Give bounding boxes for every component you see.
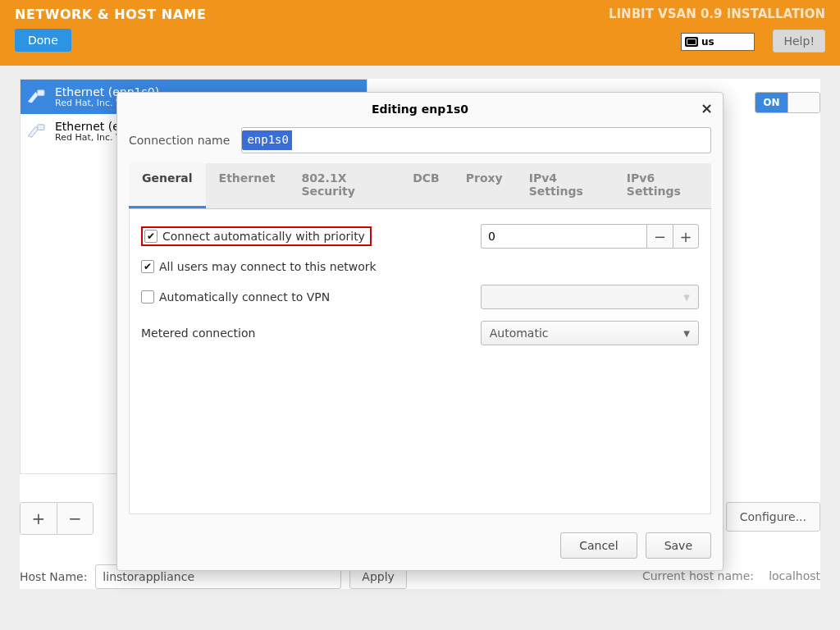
dialog-backdrop: Editing enp1s0 × Connection name enp1s0 …: [0, 0, 840, 630]
tab-8021x[interactable]: 802.1X Security: [288, 163, 399, 208]
dialog-title: Editing enp1s0 ×: [117, 93, 723, 124]
connect-auto-checkbox[interactable]: [144, 230, 158, 243]
priority-input[interactable]: [481, 224, 646, 249]
priority-spinbutton: − +: [481, 224, 699, 249]
chevron-down-icon: ▼: [683, 293, 690, 302]
dialog-title-text: Editing enp1s0: [372, 103, 468, 116]
connect-auto-label: Connect automatically with priority: [162, 230, 365, 243]
edit-connection-dialog: Editing enp1s0 × Connection name enp1s0 …: [116, 92, 724, 571]
metered-label: Metered connection: [141, 326, 255, 340]
priority-increment-button[interactable]: +: [673, 224, 699, 249]
connection-name-input[interactable]: [241, 127, 711, 153]
tab-ethernet[interactable]: Ethernet: [206, 163, 289, 208]
connection-name-label: Connection name: [129, 134, 230, 147]
tab-ipv6[interactable]: IPv6 Settings: [614, 163, 711, 208]
all-users-checkbox[interactable]: [141, 260, 154, 273]
tab-panel-general: Connect automatically with priority − + …: [129, 209, 711, 514]
dialog-tabs: General Ethernet 802.1X Security DCB Pro…: [129, 163, 711, 209]
auto-vpn-label: Automatically connect to VPN: [159, 290, 330, 304]
cancel-button[interactable]: Cancel: [560, 532, 637, 559]
dialog-body: Connection name enp1s0 General Ethernet …: [117, 124, 723, 524]
dialog-footer: Cancel Save: [117, 524, 723, 570]
save-button[interactable]: Save: [646, 532, 711, 559]
tab-proxy[interactable]: Proxy: [453, 163, 516, 208]
tab-general[interactable]: General: [129, 163, 206, 208]
tab-dcb[interactable]: DCB: [399, 163, 453, 208]
close-button[interactable]: ×: [701, 99, 713, 116]
auto-vpn-checkbox[interactable]: [141, 290, 154, 304]
connection-name-selection: enp1s0: [242, 130, 292, 150]
metered-combo[interactable]: Automatic ▼: [481, 321, 699, 345]
metered-combo-value: Automatic: [490, 326, 549, 340]
vpn-combo: ▼: [481, 285, 699, 309]
highlight-connect-auto: Connect automatically with priority: [141, 226, 372, 246]
tab-ipv4[interactable]: IPv4 Settings: [516, 163, 614, 208]
chevron-down-icon: ▼: [683, 329, 690, 338]
all-users-label: All users may connect to this network: [159, 260, 377, 273]
priority-decrement-button[interactable]: −: [646, 224, 673, 249]
